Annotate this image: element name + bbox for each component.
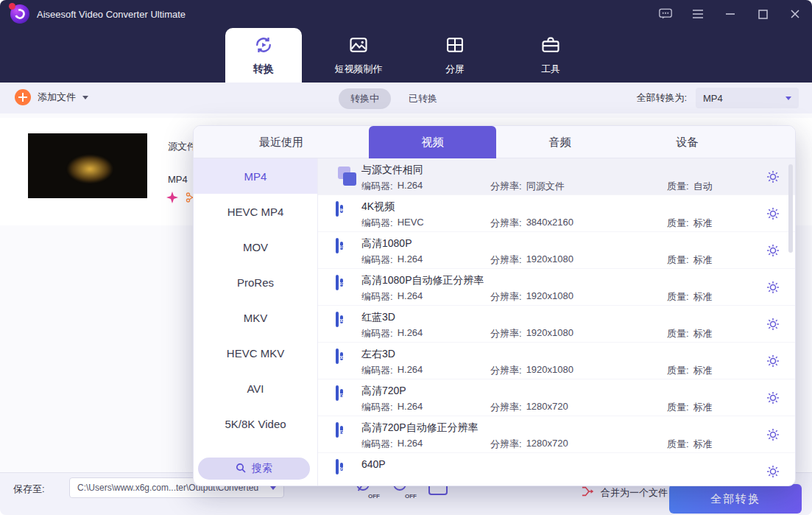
preset-resolution: 分辨率:1280x720 (490, 401, 568, 414)
resolution-value: 1920x1080 (526, 364, 573, 377)
preset-quality: 质量:标准 (667, 217, 713, 230)
settings-gear-icon[interactable] (766, 280, 780, 295)
encoder-label: 编码器: (361, 327, 393, 340)
quality-label: 质量: (667, 401, 689, 414)
preset-row[interactable]: 720P 高清720P 编码器:H.264 分辨率:1280x720 质量:标准 (318, 379, 795, 416)
sidebar-item-mp4[interactable]: MP4 (194, 158, 317, 194)
encoder-value: HEVC (398, 217, 424, 230)
resolution-value: 3840x2160 (526, 217, 573, 230)
settings-gear-icon[interactable] (766, 464, 780, 479)
convert-all-button-label: 全部转换 (710, 492, 760, 506)
tab-movie-maker[interactable]: 短视频制作 (315, 28, 402, 83)
preset-title: 左右3D (361, 348, 395, 361)
tab-toolbox-label: 工具 (541, 63, 560, 76)
maximize-button[interactable] (756, 7, 769, 21)
tab-convert[interactable]: 转换 (225, 28, 302, 83)
search-label: 搜索 (252, 462, 272, 475)
preset-list: 与源文件相同 编码器:H.264 分辨率:同源文件 质量:自动 4K 4K视频 … (318, 158, 795, 486)
scrollbar-thumb[interactable] (788, 164, 793, 253)
sidebar-item-hevc-mkv[interactable]: HEVC MKV (194, 335, 317, 371)
minimize-button[interactable] (724, 7, 737, 21)
merge-icon (582, 485, 595, 500)
menu-icon[interactable] (691, 7, 705, 21)
settings-gear-icon[interactable] (766, 427, 780, 442)
preset-resolution: 分辨率:1920x1080 (490, 364, 573, 377)
resolution-value: 1920x1080 (526, 253, 573, 267)
preset-quality: 质量:标准 (667, 401, 713, 414)
encoder-value: H.264 (398, 364, 423, 377)
resolution-value: 1280x720 (526, 401, 568, 414)
preset-row[interactable]: 720P 高清720P自动修正分辨率 编码器:H.264 分辨率:1280x72… (318, 416, 795, 453)
preset-title: 与源文件相同 (361, 164, 423, 177)
tab-device[interactable]: 设备 (624, 126, 751, 158)
add-file-button[interactable]: 添加文件 (15, 89, 88, 105)
settings-gear-icon[interactable] (766, 354, 780, 368)
preset-row[interactable]: 4K 4K视频 编码器:HEVC 分辨率:3840x2160 质量:标准 (318, 195, 795, 232)
tab-split-screen[interactable]: 分屏 (428, 28, 481, 83)
convert-all-button[interactable]: 全部转换 (669, 484, 802, 514)
encoder-value: H.264 (398, 327, 423, 340)
resolution-label: 分辨率: (490, 438, 522, 451)
output-format-value: MP4 (703, 93, 723, 104)
preset-encoder: 编码器:HEVC (361, 217, 424, 230)
toolbar: 添加文件 转换中 已转换 全部转换为: MP4 (0, 83, 812, 113)
preset-title: 高清720P (361, 385, 406, 398)
format-720p-icon: 720P (336, 422, 339, 438)
quality-label: 质量: (667, 364, 689, 377)
tab-toolbox[interactable]: 工具 (524, 28, 577, 83)
chevron-down-icon (785, 97, 791, 100)
merge-files-option[interactable]: 合并为一个文件 (582, 485, 668, 500)
sidebar-item-hevc-mp4[interactable]: HEVC MP4 (194, 194, 317, 229)
close-button[interactable] (788, 7, 802, 21)
tab-movie-maker-label: 短视频制作 (335, 63, 383, 76)
toggle-off-label: OFF (368, 493, 380, 500)
convert-all-label: 全部转换为: (636, 91, 687, 105)
sidebar-item-prores[interactable]: ProRes (194, 264, 317, 300)
movie-maker-icon (348, 35, 369, 57)
sidebar-item-5k8k[interactable]: 5K/8K Video (194, 406, 317, 441)
segment-converting[interactable]: 转换中 (339, 88, 391, 109)
preset-row[interactable]: 640P 640P (318, 453, 795, 486)
preset-quality: 质量:标准 (667, 290, 713, 304)
sidebar-item-mov[interactable]: MOV (194, 229, 317, 264)
video-thumbnail (28, 133, 147, 198)
preset-row[interactable]: 3D 左右3D 编码器:H.264 分辨率:1920x1080 质量:标准 (318, 343, 795, 379)
preset-row[interactable]: 3D 红蓝3D 编码器:H.264 分辨率:1920x1080 质量:标准 (318, 306, 795, 343)
settings-gear-icon[interactable] (766, 243, 780, 258)
app-window: Aiseesoft Video Converter Ultimate (0, 0, 812, 515)
quality-value: 标准 (693, 217, 713, 230)
preset-row[interactable]: 1080P 高清1080P 编码器:H.264 分辨率:1920x1080 质量… (318, 232, 795, 269)
settings-gear-icon[interactable] (766, 169, 780, 184)
encoder-value: H.264 (398, 290, 423, 304)
search-icon (236, 463, 246, 475)
output-format-select[interactable]: MP4 (696, 88, 799, 108)
preset-encoder: 编码器:H.264 (361, 290, 423, 304)
tab-recent[interactable]: 最近使用 (194, 126, 369, 158)
quality-label: 质量: (667, 217, 689, 230)
sidebar-item-mkv[interactable]: MKV (194, 300, 317, 335)
sidebar-item-avi[interactable]: AVI (194, 371, 317, 406)
segment-converted[interactable]: 已转换 (400, 88, 446, 109)
resolution-label: 分辨率: (490, 401, 522, 414)
preset-row[interactable]: 1080P 高清1080P自动修正分辨率 编码器:H.264 分辨率:1920x… (318, 269, 795, 306)
quality-label: 质量: (667, 180, 689, 193)
preset-resolution: 分辨率:1920x1080 (490, 290, 573, 304)
tab-video[interactable]: 视频 (369, 126, 496, 158)
format-3d-icon: 3D (336, 348, 339, 364)
settings-gear-icon[interactable] (766, 317, 780, 332)
settings-gear-icon[interactable] (766, 206, 780, 221)
feedback-icon[interactable] (659, 7, 672, 21)
preset-row[interactable]: 与源文件相同 编码器:H.264 分辨率:同源文件 质量:自动 (318, 158, 795, 195)
encoder-label: 编码器: (361, 217, 393, 230)
settings-gear-icon[interactable] (766, 390, 780, 405)
preset-quality: 质量:自动 (667, 180, 713, 193)
search-button[interactable]: 搜索 (198, 458, 310, 480)
resolution-value: 1920x1080 (526, 290, 573, 304)
resolution-value: 1920x1080 (526, 327, 573, 340)
edit-star-icon[interactable] (166, 192, 178, 206)
format-dialog-tabs: 最近使用 视频 音频 设备 (194, 126, 795, 158)
encoder-value: H.264 (398, 438, 423, 451)
resolution-label: 分辨率: (490, 180, 522, 193)
preset-encoder: 编码器:H.264 (361, 401, 423, 414)
tab-audio[interactable]: 音频 (496, 126, 624, 158)
